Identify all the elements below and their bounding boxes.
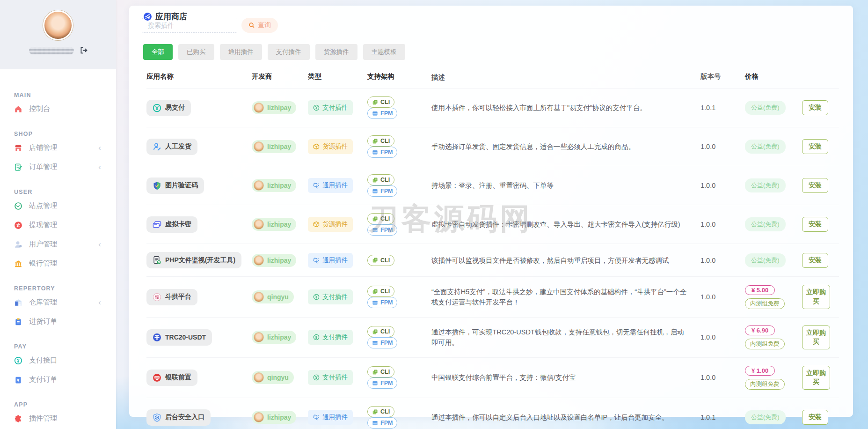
type-badge: 支付插件 [308,100,353,115]
developer-badge[interactable]: lizhipay [252,218,296,231]
filter-tab[interactable]: 货源插件 [315,44,357,60]
install-button[interactable]: 安装 [802,410,828,425]
buy-now-button[interactable]: 立即购买 [802,366,830,390]
app-description: 中国银联支付综合前置平台，支持：微信/支付宝 [431,372,700,383]
arch-label: FPM [380,340,393,346]
arch-fpm-badge: FPM [367,377,397,389]
col-type: 类型 [308,72,367,82]
sidebar-item-warehouse[interactable]: 仓库管理‹ [14,293,103,312]
filter-tab[interactable]: 通用插件 [220,44,262,60]
sidebar-item-order-doc[interactable]: 订单管理‹ [14,157,103,177]
developer-avatar [254,255,264,266]
table-row: TRC20-USDTlizhipay支付插件CLIFPM通过本插件，可实现TRC… [146,317,839,357]
sidebar-profile [0,0,116,69]
type-label: 通用插件 [322,181,348,190]
sidebar-item-pay-circle[interactable]: 支付接口 [14,351,103,370]
arch-cli-badge: CLI [367,135,394,147]
developer-name: lizhipay [267,257,291,264]
sidebar-item-home[interactable]: 控制台 [14,99,103,118]
app-name-pill[interactable]: PHP文件监视(开发工具) [146,252,241,268]
arch-label: FPM [380,149,393,155]
sidebar-item-user[interactable]: 用户管理‹ [14,235,103,254]
app-name: TRC20-USDT [165,333,206,341]
developer-name: lizhipay [267,333,291,341]
arch-label: CLI [380,257,390,264]
query-button[interactable]: 查询 [241,18,278,33]
app-name-pill[interactable]: 虚拟卡密 [146,216,197,233]
developer-badge[interactable]: qingyu [252,371,294,384]
app-name-pill[interactable]: TRC20-USDT [146,329,212,346]
developer-badge[interactable]: lizhipay [252,101,296,114]
buy-now-button[interactable]: 立即购买 [802,325,830,349]
type-common-icon [313,414,320,421]
fpm-icon [372,227,378,233]
arch-label: FPM [380,227,393,233]
buy-now-button[interactable]: 立即购买 [802,285,830,309]
type-badge: 支付插件 [308,330,353,345]
install-button[interactable]: 安装 [802,178,828,193]
app-name-pill[interactable]: 斗拱平台 [146,289,197,305]
pay-order-icon [14,376,22,384]
app-description: 使用本插件，你可以轻松接入市面上所有基于"易支付"协议的支付平台。 [431,103,700,113]
developer-badge[interactable]: lizhipay [252,254,296,267]
app-name-pill[interactable]: 银联前置 [146,370,197,386]
developer-badge[interactable]: qingyu [252,290,294,303]
arch-label: FPM [380,380,393,386]
sidebar-item-store[interactable]: 店铺管理‹ [14,138,103,157]
col-price: 价格 [745,72,802,82]
install-button[interactable]: 安装 [802,217,828,232]
arch-cli-badge: CLI [367,326,394,337]
manual-delivery-icon [153,142,161,151]
type-supply-icon [313,143,320,150]
table-header: 应用名称 开发商 类型 支持架构 描述 版本号 价格 [146,72,839,88]
developer-badge[interactable]: lizhipay [252,140,296,153]
sidebar-item-withdraw[interactable]: 提现管理 [14,215,103,235]
version: 1.0.0 [700,221,745,228]
version: 1.0.0 [700,257,745,264]
developer-name: lizhipay [267,182,291,189]
sidebar-item-bank[interactable]: 银行管理 [14,254,103,273]
type-label: 支付插件 [322,333,348,341]
avatar[interactable] [43,10,73,40]
developer-badge[interactable]: lizhipay [252,179,296,192]
arch-label: FPM [380,188,393,194]
app-description: 通过本插件，可实现TRC20-USDT钱包收款，支持任意钱包，切无需任何挂机，启… [431,327,700,348]
sidebar-item-globe[interactable]: 站点管理 [14,196,103,215]
sidebar-section-label: APP [14,401,116,408]
logout-icon[interactable] [80,46,88,54]
free-badge: 公益(免费) [745,410,786,424]
app-name-pill[interactable]: 图片验证码 [146,178,204,194]
version: 1.0.1 [700,104,745,111]
sidebar-item-purchase-order[interactable]: 进货订单 [14,312,103,331]
filter-tab[interactable]: 支付插件 [268,44,310,60]
chevron-icon: ‹ [98,298,101,306]
table-body: 易支付lizhipay支付插件CLIFPM使用本插件，你可以轻松接入市面上所有基… [146,88,839,429]
table-row: 虚拟卡密lizhipay货源插件CLIFPM虚拟卡密自动发货插件：卡密增删改查、… [146,205,839,244]
app-name: 人工发货 [165,142,191,151]
globe-icon [14,202,22,210]
sidebar-item-label: 订单管理 [29,163,57,171]
app-name-pill[interactable]: 后台安全入口 [146,409,211,426]
cli-icon [372,216,378,222]
developer-badge[interactable]: lizhipay [252,331,296,344]
filter-tab[interactable]: 全部 [143,44,173,60]
app-name-pill[interactable]: 易支付 [146,100,191,116]
app-description: “全面支持H5支付”，取法斗拱之妙，建立中国支付体系的基础构件，“斗拱平台”一个… [431,287,700,308]
col-arch: 支持架构 [367,72,431,82]
sidebar-item-pay-order[interactable]: 支付订单 [14,370,103,389]
app-name-pill[interactable]: 人工发货 [146,139,197,155]
unionpay-icon [153,373,161,382]
filter-tab[interactable]: 主题模板 [363,44,405,60]
install-button[interactable]: 安装 [802,253,828,268]
filter-tab[interactable]: 已购买 [178,44,214,60]
arch-label: CLI [380,328,390,335]
username-redacted [29,47,74,54]
warehouse-icon [14,298,22,307]
sidebar: MAIN控制台SHOP店铺管理‹订单管理‹USER站点管理提现管理用户管理‹银行… [0,0,116,429]
developer-avatar [254,141,264,152]
sidebar-item-puzzle[interactable]: 插件管理 [14,409,103,428]
developer-badge[interactable]: lizhipay [252,411,296,424]
install-button[interactable]: 安装 [802,100,828,115]
app-description: 手动选择订单发货、固定发货信息，适合一些必须人工完成的商品。 [431,141,700,152]
install-button[interactable]: 安装 [802,139,828,154]
